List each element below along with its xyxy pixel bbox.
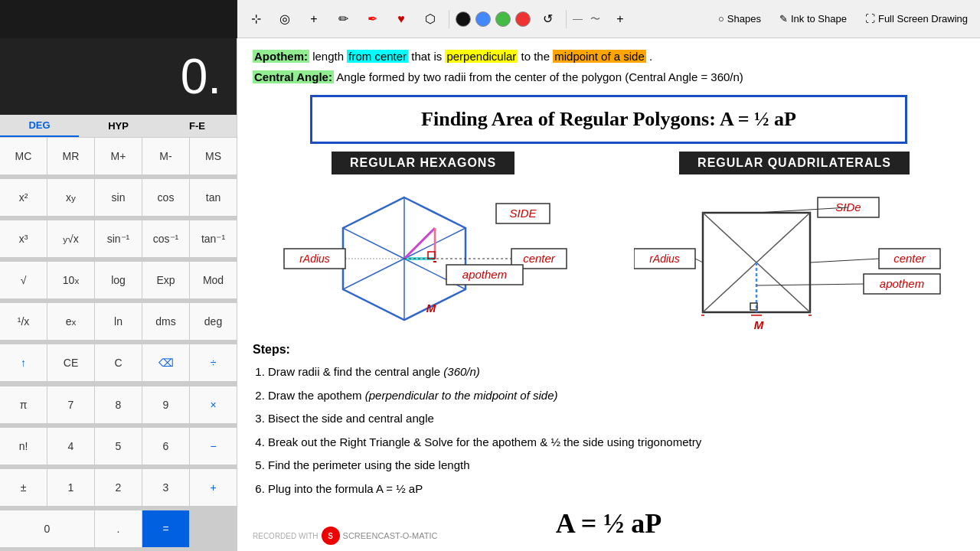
4-btn[interactable]: 4: [47, 428, 94, 465]
sqrt-btn[interactable]: √: [0, 262, 47, 298]
shapes-icon: ○: [718, 13, 724, 24]
color-blue[interactable]: [475, 11, 491, 27]
eraser-btn[interactable]: ✏: [331, 7, 355, 31]
2-btn[interactable]: 2: [95, 469, 142, 506]
8-btn[interactable]: 8: [95, 386, 142, 423]
divide-btn[interactable]: ÷: [190, 344, 237, 381]
svg-text:SIDE: SIDE: [509, 207, 537, 220]
mode-hyp[interactable]: HYP: [79, 115, 158, 137]
cos-inv-btn[interactable]: cos⁻¹: [142, 220, 189, 257]
ink-to-shape-label: Ink to Shape: [791, 13, 847, 24]
fullscreen-icon: ⛶: [865, 13, 875, 24]
ln-btn[interactable]: ln: [95, 303, 142, 340]
exp-btn[interactable]: Exp: [142, 262, 189, 298]
deg-btn[interactable]: deg: [190, 303, 237, 340]
6-btn[interactable]: 6: [142, 428, 189, 465]
add-line-btn[interactable]: +: [608, 7, 632, 31]
c-btn[interactable]: C: [95, 344, 142, 381]
separator-1: [449, 10, 449, 28]
apothem-prefix: length: [312, 50, 347, 63]
steps-title: Steps:: [253, 343, 965, 357]
9-btn[interactable]: 9: [142, 386, 189, 423]
color-black[interactable]: [456, 11, 471, 27]
decimal-btn[interactable]: .: [95, 510, 142, 547]
multiply-btn[interactable]: ×: [190, 386, 237, 423]
mr-btn[interactable]: MR: [47, 138, 94, 174]
apothem-to: to the: [521, 50, 554, 63]
svg-text:rAdius: rAdius: [649, 253, 680, 265]
calc-value: 0.: [181, 48, 221, 105]
lasso-tool-btn[interactable]: ◎: [273, 7, 297, 31]
toolbar-right: ○ Shapes ✎ Ink to Shape ⛶ Full Screen Dr…: [712, 10, 974, 28]
x3-btn[interactable]: x³: [0, 220, 47, 257]
yroot-btn[interactable]: y√x: [47, 220, 94, 257]
svg-text:center: center: [893, 252, 926, 265]
step-3: Bisect the side and central angle: [268, 408, 965, 430]
dms-btn[interactable]: dms: [142, 303, 189, 340]
up-btn[interactable]: ↑: [0, 344, 47, 381]
x2-btn[interactable]: x²: [0, 179, 47, 216]
log-btn[interactable]: log: [95, 262, 142, 298]
mode-deg[interactable]: DEG: [0, 115, 79, 137]
svg-text:center: center: [523, 252, 556, 265]
watermark-text: RECORDED WITH: [253, 532, 318, 540]
undo-btn[interactable]: ↺: [535, 7, 560, 31]
ex-btn[interactable]: ex: [47, 303, 94, 340]
apothem-period: .: [649, 50, 652, 63]
svg-text:M: M: [426, 302, 436, 315]
svg-text:M: M: [753, 318, 763, 331]
svg-text:apothem: apothem: [879, 277, 923, 290]
ink-to-shape-btn[interactable]: ✎ Ink to Shape: [773, 10, 853, 28]
ce-btn[interactable]: CE: [47, 344, 94, 381]
add-btn[interactable]: +: [302, 7, 326, 31]
mode-fe[interactable]: F-E: [158, 115, 237, 137]
apothem-mid: that is: [411, 50, 445, 63]
separator-2: [566, 10, 567, 28]
xy-btn[interactable]: xy: [47, 179, 94, 216]
svg-line-5: [343, 228, 404, 259]
funnel-btn[interactable]: ⬡: [418, 7, 443, 31]
tan-inv-btn[interactable]: tan⁻¹: [190, 220, 237, 257]
apothem-midpoint: midpoint of a side: [553, 50, 646, 63]
nfact-btn[interactable]: n!: [0, 428, 47, 465]
ink-icon: ✎: [779, 13, 788, 24]
ms-btn[interactable]: MS: [190, 138, 237, 174]
minus-btn[interactable]: −: [190, 428, 237, 465]
toolbar: ⊹ ◎ + ✏ ✒ ♥ ⬡ ↺ — 〜 + ○ Shapes ✎ Ink to …: [237, 0, 980, 38]
fullscreen-btn[interactable]: ⛶ Full Screen Drawing: [859, 10, 974, 28]
7-btn[interactable]: 7: [47, 386, 94, 423]
color-red[interactable]: [515, 11, 531, 27]
quad-diagram: SIDe center apothem rAdius M: [634, 182, 956, 335]
3-btn[interactable]: 3: [142, 469, 189, 506]
shapes-btn[interactable]: ○ Shapes: [712, 10, 767, 28]
cos-btn[interactable]: cos: [142, 179, 189, 216]
tan-btn[interactable]: tan: [190, 179, 237, 216]
backspace-btn[interactable]: ⌫: [142, 344, 189, 381]
recip-btn[interactable]: ¹/x: [0, 303, 47, 340]
10x-btn[interactable]: 10x: [47, 262, 94, 298]
pi-btn[interactable]: π: [0, 386, 47, 423]
pen-heart-btn[interactable]: ♥: [389, 7, 413, 31]
color-green[interactable]: [495, 11, 511, 27]
equals-btn[interactable]: =: [142, 510, 189, 547]
annotations: Apothem: length from center that is perp…: [253, 46, 965, 87]
plusminus-btn[interactable]: ±: [0, 469, 47, 506]
1-btn[interactable]: 1: [47, 469, 94, 506]
sin-inv-btn[interactable]: sin⁻¹: [95, 220, 142, 257]
apothem-from: from center: [347, 50, 408, 63]
5-btn[interactable]: 5: [95, 428, 142, 465]
quadrilateral-title: REGULAR QUADRILATERALS: [679, 152, 910, 174]
pen-red-btn[interactable]: ✒: [360, 7, 384, 31]
steps-list: Draw radii & find the central angle (360…: [253, 361, 965, 500]
sin-btn[interactable]: sin: [95, 179, 142, 216]
quadrilateral-section: REGULAR QUADRILATERALS: [624, 152, 965, 335]
scm-text: SCREENCAST-O-MATIC: [343, 531, 438, 540]
select-tool-btn[interactable]: ⊹: [243, 7, 268, 31]
step-1: Draw radii & find the central angle (360…: [268, 361, 965, 383]
0-btn[interactable]: 0: [0, 510, 94, 547]
mc-btn[interactable]: MC: [0, 138, 47, 174]
plus-btn[interactable]: +: [190, 469, 237, 506]
mminus-btn[interactable]: M-: [142, 138, 189, 174]
mod-btn[interactable]: Mod: [190, 262, 237, 298]
mplus-btn[interactable]: M+: [95, 138, 142, 174]
